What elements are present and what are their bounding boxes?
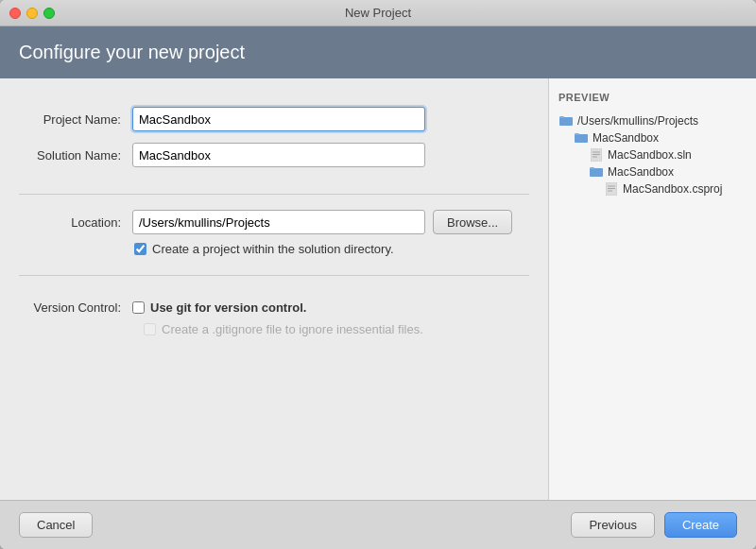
browse-button[interactable]: Browse... (433, 210, 512, 234)
folder-icon (589, 165, 604, 179)
folder-icon (574, 131, 589, 145)
fields-section: Project Name: Solution Name: (0, 107, 548, 179)
tree-item-sln: MacSandbox.sln (558, 146, 747, 163)
tree-item-inner-folder-label: MacSandbox (608, 165, 674, 179)
tree-item-macsandbox-folder: MacSandbox (558, 129, 747, 146)
project-name-label: Project Name: (28, 112, 132, 127)
vc-row: Version Control: Use git for version con… (28, 300, 520, 315)
project-name-row: Project Name: (28, 107, 520, 131)
file-icon (604, 182, 619, 196)
tree-item-csproj: MacSandbox.csproj (558, 180, 747, 197)
preview-title: PREVIEW (558, 92, 747, 103)
preview-panel: PREVIEW /Users/kmullins/Projects MacSand… (548, 78, 756, 500)
previous-button[interactable]: Previous (571, 512, 655, 538)
gitignore-row: Create a .gitignore file to ignore iness… (28, 322, 520, 336)
tree-item-inner-folder: MacSandbox (558, 163, 747, 180)
minimize-button[interactable] (26, 8, 38, 19)
tree-item-macsandbox-folder-label: MacSandbox (593, 131, 659, 145)
solution-name-row: Solution Name: (28, 143, 520, 167)
create-in-solution-label: Create a project within the solution dir… (152, 242, 394, 256)
window-title: New Project (345, 6, 411, 20)
solution-name-input[interactable] (132, 143, 425, 167)
footer-left: Cancel (19, 512, 93, 538)
divider-2 (19, 275, 529, 276)
tree-item-root-label: /Users/kmullins/Projects (577, 114, 698, 128)
tree-item-sln-label: MacSandbox.sln (608, 148, 692, 162)
gitignore-checkbox[interactable] (144, 323, 156, 335)
version-control-section: Version Control: Use git for version con… (0, 300, 548, 336)
svg-rect-6 (591, 148, 602, 162)
use-git-label: Use git for version control. (150, 300, 306, 315)
create-button[interactable]: Create (664, 512, 737, 538)
svg-rect-5 (575, 133, 579, 135)
svg-rect-2 (559, 116, 564, 118)
page-title: Configure your new project (19, 42, 737, 63)
close-button[interactable] (9, 8, 21, 19)
footer: Cancel Previous Create (0, 500, 756, 549)
version-control-label: Version Control: (28, 300, 132, 315)
form-area: Project Name: Solution Name: Location: B… (0, 78, 548, 500)
divider-1 (19, 194, 529, 195)
project-name-input[interactable] (132, 107, 425, 131)
traffic-lights (9, 8, 55, 19)
footer-right: Previous Create (571, 512, 737, 538)
gitignore-label: Create a .gitignore file to ignore iness… (162, 322, 423, 336)
location-input[interactable] (132, 210, 425, 234)
use-git-option: Use git for version control. (132, 300, 306, 315)
create-in-solution-checkbox[interactable] (134, 243, 146, 255)
tree-item-csproj-label: MacSandbox.csproj (623, 182, 722, 196)
svg-rect-13 (606, 182, 617, 196)
titlebar: New Project (0, 0, 756, 26)
solution-name-label: Solution Name: (28, 148, 132, 163)
maximize-button[interactable] (43, 8, 55, 19)
window: New Project Configure your new project P… (0, 0, 756, 549)
use-git-checkbox[interactable] (132, 301, 145, 314)
location-label: Location: (28, 215, 132, 230)
page-header: Configure your new project (0, 26, 756, 78)
svg-rect-12 (590, 167, 594, 169)
file-icon (589, 148, 604, 162)
tree-item-root: /Users/kmullins/Projects (558, 112, 747, 129)
folder-icon (558, 114, 574, 128)
location-row: Location: Browse... (0, 210, 548, 234)
main-content: Project Name: Solution Name: Location: B… (0, 78, 756, 500)
cancel-button[interactable]: Cancel (19, 512, 93, 538)
create-in-solution-row: Create a project within the solution dir… (0, 242, 548, 256)
